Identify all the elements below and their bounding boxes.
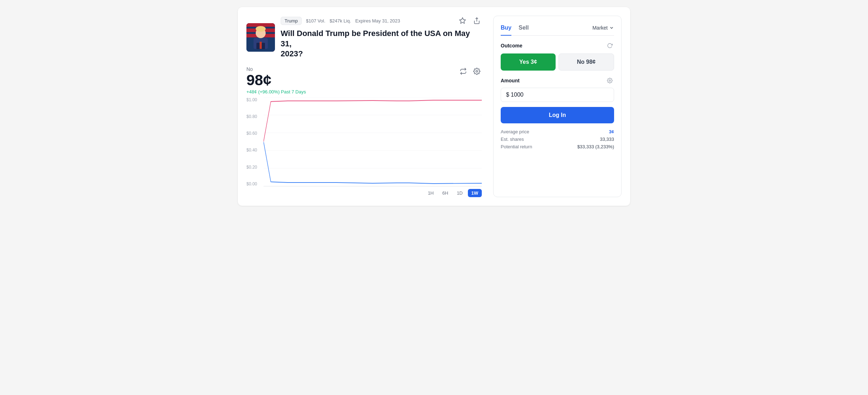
- potential-return-value: $33,333 (3,233%): [577, 144, 614, 149]
- trump-portrait-svg: [246, 23, 275, 52]
- chevron-down-icon: [609, 25, 614, 30]
- outcome-refresh-button[interactable]: [606, 41, 614, 50]
- outcome-label-text: Outcome: [501, 43, 522, 48]
- tag-badge: Trump: [281, 17, 302, 25]
- time-btn-6h[interactable]: 6H: [439, 189, 452, 197]
- yes-outcome-button[interactable]: Yes 3¢: [501, 53, 556, 71]
- market-title: Will Donald Trump be President of the US…: [281, 29, 482, 59]
- est-shares-label: Est. shares: [501, 137, 524, 142]
- settings-icon: [473, 68, 480, 75]
- amount-label-text: Amount: [501, 78, 520, 83]
- share-button[interactable]: [472, 16, 482, 26]
- chart-area: [264, 97, 482, 186]
- market-header: Trump $107 Vol. $247k Liq. Expires May 3…: [246, 16, 482, 59]
- left-panel: Trump $107 Vol. $247k Liq. Expires May 3…: [246, 16, 482, 197]
- header-meta: Trump $107 Vol. $247k Liq. Expires May 3…: [281, 16, 482, 59]
- potential-return-row: Potential return $33,333 (3,233%): [501, 144, 614, 149]
- amount-gear-icon: [607, 78, 613, 83]
- outcome-buttons: Yes 3¢ No 98¢: [501, 53, 614, 71]
- svg-rect-8: [260, 42, 262, 49]
- sell-tab[interactable]: Sell: [519, 23, 529, 32]
- expires-text: Expires May 31, 2023: [355, 18, 400, 24]
- share-icon: [473, 17, 480, 24]
- star-icon: [459, 17, 466, 24]
- avg-price-row: Average price 3¢: [501, 129, 614, 134]
- svg-point-6: [256, 26, 266, 32]
- right-panel: Buy Sell Market Outcome Yes 3¢ No 98¢: [493, 16, 622, 197]
- swap-button[interactable]: [458, 66, 468, 76]
- svg-point-18: [609, 80, 611, 81]
- price-change: +48¢ (+96.00%) Past 7 Days: [246, 89, 306, 94]
- est-shares-value: 33,333: [600, 137, 614, 142]
- liq-text: $247k Liq.: [330, 18, 351, 24]
- y-label-80: $0.80: [246, 114, 261, 119]
- login-button[interactable]: Log In: [501, 107, 614, 123]
- amount-settings-button[interactable]: [606, 76, 614, 85]
- amount-input[interactable]: [506, 92, 609, 98]
- y-label-40: $0.40: [246, 148, 261, 153]
- potential-return-label: Potential return: [501, 144, 532, 149]
- buy-sell-tabs: Buy Sell Market: [501, 23, 614, 36]
- time-btn-1w[interactable]: 1W: [468, 189, 482, 197]
- avg-price-label: Average price: [501, 129, 529, 134]
- header-icons: [458, 16, 482, 26]
- header-top-row: Trump $107 Vol. $247k Liq. Expires May 3…: [281, 16, 482, 26]
- avg-price-value: 3¢: [609, 129, 614, 134]
- time-btn-1d[interactable]: 1D: [453, 189, 466, 197]
- chart-svg: [264, 97, 482, 186]
- time-btn-1h[interactable]: 1H: [424, 189, 438, 197]
- outcome-label-row: Outcome: [501, 41, 614, 50]
- refresh-icon: [607, 43, 613, 48]
- main-container: Trump $107 Vol. $247k Liq. Expires May 3…: [238, 7, 630, 206]
- buy-tab[interactable]: Buy: [501, 23, 511, 32]
- trade-details: Average price 3¢ Est. shares 33,333 Pote…: [501, 129, 614, 149]
- amount-input-wrap: [501, 88, 614, 102]
- amount-label-row: Amount: [501, 76, 614, 85]
- chart-y-labels: $1.00 $0.80 $0.60 $0.40 $0.20 $0.00: [246, 97, 261, 186]
- swap-icon: [460, 68, 467, 75]
- price-value: 98¢: [246, 73, 306, 88]
- svg-point-11: [476, 70, 478, 72]
- price-section: No 98¢ +48¢ (+96.00%) Past 7 Days: [246, 66, 482, 94]
- y-label-100: $1.00: [246, 97, 261, 102]
- market-dropdown[interactable]: Market: [592, 25, 614, 31]
- no-outcome-button[interactable]: No 98¢: [558, 53, 614, 71]
- price-actions: [458, 66, 482, 76]
- y-label-0: $0.00: [246, 181, 261, 186]
- est-shares-row: Est. shares 33,333: [501, 137, 614, 142]
- star-button[interactable]: [458, 16, 468, 26]
- y-label-60: $0.60: [246, 131, 261, 136]
- price-outcome-label: No: [246, 66, 306, 72]
- market-image: [246, 23, 275, 52]
- svg-marker-9: [460, 18, 466, 24]
- chart-time-buttons: 1H 6H 1D 1W: [424, 189, 482, 197]
- market-image-inner: [246, 23, 275, 52]
- y-label-20: $0.20: [246, 165, 261, 170]
- price-info: No 98¢ +48¢ (+96.00%) Past 7 Days: [246, 66, 306, 94]
- vol-text: $107 Vol.: [306, 18, 325, 24]
- chart-container: $1.00 $0.80 $0.60 $0.40 $0.20 $0.00: [246, 97, 482, 197]
- settings-button[interactable]: [472, 66, 482, 76]
